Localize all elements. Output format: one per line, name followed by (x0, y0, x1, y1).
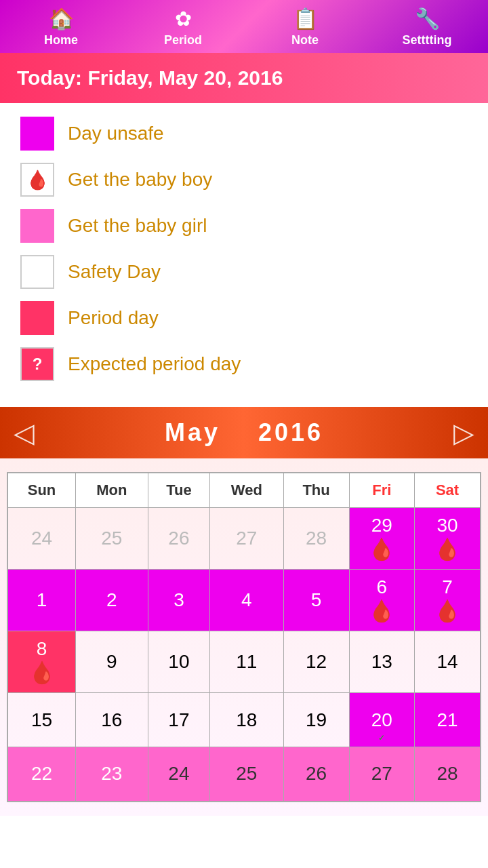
period-icon: ✿ (175, 7, 192, 31)
legend-label-baby-boy: Get the baby boy (68, 169, 212, 191)
legend-label-expected: Expected period day (68, 353, 241, 375)
calendar-day[interactable]: 20✓ (349, 693, 414, 747)
legend-box-unsafe (20, 117, 54, 151)
calendar-header: ◁ May 2016 ▷ (0, 407, 488, 458)
calendar-day[interactable]: 13 (349, 631, 414, 693)
calendar-day[interactable]: 1 (7, 570, 76, 631)
calendar-day[interactable]: 27 (349, 747, 414, 802)
calendar-day[interactable]: 22 (7, 747, 76, 802)
note-icon: 📋 (293, 7, 318, 31)
nav-note-label: Note (291, 33, 319, 47)
calendar-day[interactable]: 26 (283, 747, 349, 802)
calendar-day[interactable]: 25 (210, 747, 283, 802)
weekday-sat: Sat (415, 473, 481, 508)
legend-box-expected: ? (20, 347, 54, 381)
calendar-day[interactable]: 28 (283, 508, 349, 570)
legend-label-baby-girl: Get the baby girl (68, 215, 207, 237)
nav-settings[interactable]: 🔧 Setttting (366, 7, 488, 47)
calendar-day[interactable]: 24 (7, 508, 76, 570)
calendar-day[interactable]: 24 (148, 747, 209, 802)
calendar-day[interactable]: 10 (148, 631, 209, 693)
calendar-day[interactable]: 2 (76, 570, 148, 631)
calendar-day[interactable]: 29🩸 (349, 508, 414, 570)
prev-month-button[interactable]: ◁ (14, 417, 35, 448)
calendar-day[interactable]: 12 (283, 631, 349, 693)
calendar-weekday-row: Sun Mon Tue Wed Thu Fri Sat (7, 473, 481, 508)
nav-home-label: Home (44, 33, 78, 47)
legend-section: Day unsafe 🩸 Get the baby boy Get the ba… (0, 103, 488, 407)
calendar-day[interactable]: 15 (7, 693, 76, 747)
today-text: Today: Friday, May 20, 2016 (17, 66, 283, 89)
calendar-day[interactable]: 7🩸 (415, 570, 481, 631)
calendar-row: 8🩸91011121314 (7, 631, 481, 693)
calendar-row: 242526272829🩸30🩸 (7, 508, 481, 570)
calendar-day[interactable]: 17 (148, 693, 209, 747)
legend-box-baby-boy: 🩸 (20, 163, 54, 197)
legend-box-baby-girl (20, 209, 54, 243)
weekday-tue: Tue (148, 473, 209, 508)
legend-day-unsafe: Day unsafe (20, 117, 468, 151)
nav-settings-label: Setttting (403, 33, 452, 47)
calendar-body: 242526272829🩸30🩸123456🩸7🩸8🩸9101112131415… (7, 508, 481, 802)
legend-period-day: Period day (20, 301, 468, 335)
calendar-day[interactable]: 5 (283, 570, 349, 631)
calendar-day[interactable]: 18 (210, 693, 283, 747)
calendar-day[interactable]: 25 (76, 508, 148, 570)
calendar-day[interactable]: 28 (415, 747, 481, 802)
calendar-month-year: May 2016 (165, 418, 323, 447)
settings-icon: 🔧 (415, 7, 440, 31)
legend-label-unsafe: Day unsafe (68, 123, 164, 144)
calendar-row: 123456🩸7🩸 (7, 570, 481, 631)
legend-expected-period: ? Expected period day (20, 347, 468, 381)
legend-safety-day: Safety Day (20, 255, 468, 289)
weekday-fri: Fri (349, 473, 414, 508)
calendar-day[interactable]: 4 (210, 570, 283, 631)
weekday-mon: Mon (76, 473, 148, 508)
calendar-day[interactable]: 11 (210, 631, 283, 693)
next-month-button[interactable]: ▷ (453, 417, 474, 448)
calendar-day[interactable]: 16 (76, 693, 148, 747)
calendar-day[interactable]: 19 (283, 693, 349, 747)
weekday-sun: Sun (7, 473, 76, 508)
calendar-day[interactable]: 14 (415, 631, 481, 693)
weekday-thu: Thu (283, 473, 349, 508)
home-icon: 🏠 (49, 7, 74, 31)
weekday-wed: Wed (210, 473, 283, 508)
today-banner: Today: Friday, May 20, 2016 (0, 53, 488, 103)
calendar-day[interactable]: 8🩸 (7, 631, 76, 693)
nav-note[interactable]: 📋 Note (244, 7, 366, 47)
legend-baby-girl: Get the baby girl (20, 209, 468, 243)
top-navigation: 🏠 Home ✿ Period 📋 Note 🔧 Setttting (0, 0, 488, 53)
calendar-day[interactable]: 26 (148, 508, 209, 570)
calendar-table: Sun Mon Tue Wed Thu Fri Sat 242526272829… (7, 472, 481, 802)
calendar-day[interactable]: 27 (210, 508, 283, 570)
calendar-wrapper: Sun Mon Tue Wed Thu Fri Sat 242526272829… (0, 458, 488, 816)
calendar-row: 22232425262728 (7, 747, 481, 802)
calendar-day[interactable]: 23 (76, 747, 148, 802)
calendar-row: 151617181920✓21 (7, 693, 481, 747)
calendar-day[interactable]: 9 (76, 631, 148, 693)
calendar-day[interactable]: 3 (148, 570, 209, 631)
legend-box-safety (20, 255, 54, 289)
legend-box-period (20, 301, 54, 335)
calendar-day[interactable]: 21 (415, 693, 481, 747)
nav-home[interactable]: 🏠 Home (0, 7, 122, 47)
legend-baby-boy: 🩸 Get the baby boy (20, 163, 468, 197)
legend-label-safety: Safety Day (68, 261, 161, 283)
legend-label-period: Period day (68, 307, 159, 329)
nav-period-label: Period (164, 33, 202, 47)
calendar-day[interactable]: 30🩸 (415, 508, 481, 570)
calendar-day[interactable]: 6🩸 (349, 570, 414, 631)
nav-period[interactable]: ✿ Period (122, 7, 244, 47)
